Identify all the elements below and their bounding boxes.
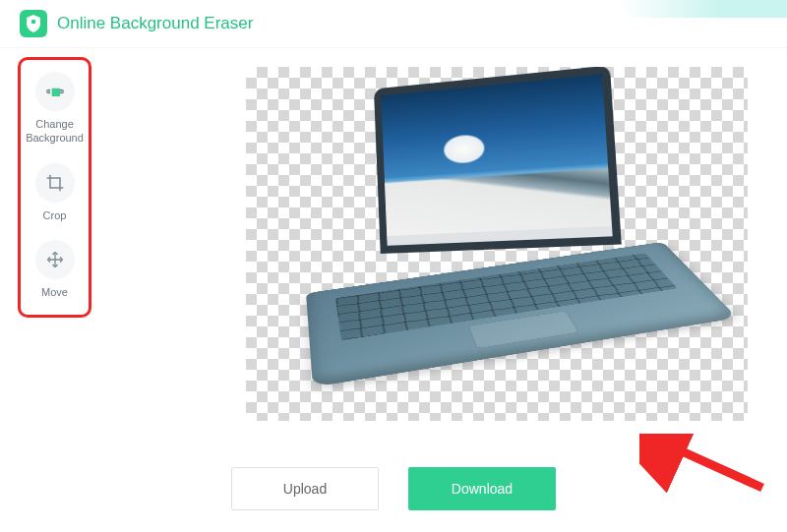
tool-label: Move <box>41 285 68 299</box>
upload-button[interactable]: Upload <box>231 467 379 510</box>
sidebar: Change Background Crop Move <box>18 57 91 318</box>
canvas[interactable] <box>246 67 748 421</box>
change-background-icon <box>35 72 75 111</box>
tool-crop[interactable]: Crop <box>35 163 75 222</box>
app-logo <box>20 10 47 37</box>
svg-point-0 <box>31 20 36 25</box>
canvas-area <box>236 57 757 431</box>
tool-move[interactable]: Move <box>35 240 75 299</box>
svg-rect-1 <box>51 89 59 96</box>
tool-label: Crop <box>43 208 67 222</box>
download-button[interactable]: Download <box>408 467 556 510</box>
laptop-wallpaper <box>381 74 612 245</box>
laptop-screen <box>374 67 622 254</box>
move-icon <box>35 240 75 279</box>
footer: Upload Download <box>0 467 787 510</box>
app-title: Online Background Eraser <box>57 14 253 33</box>
crop-icon <box>35 163 75 203</box>
tool-label: Change Background <box>26 117 84 146</box>
decorative-corner <box>620 0 787 18</box>
shield-icon <box>26 15 41 32</box>
tool-change-background[interactable]: Change Background <box>26 72 84 146</box>
